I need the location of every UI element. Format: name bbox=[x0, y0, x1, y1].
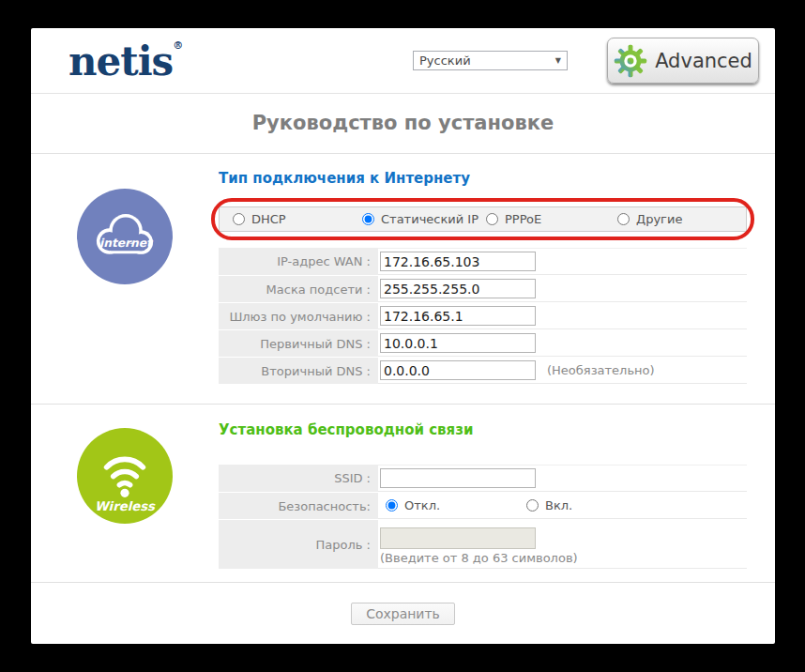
radio-static-ip-label: Статический IP bbox=[381, 212, 478, 226]
radio-dhcp[interactable]: DHCP bbox=[233, 212, 362, 226]
logo-text: netis bbox=[68, 38, 173, 84]
password-label: Пароль : bbox=[219, 520, 378, 569]
radio-static-ip[interactable]: Статический IP bbox=[362, 212, 486, 226]
wan-ip-label: IP-адрес WAN : bbox=[219, 248, 378, 275]
primary-dns-label: Первичный DNS : bbox=[219, 330, 378, 357]
footer: Сохранить bbox=[31, 583, 775, 644]
radio-pppoe[interactable]: PPPoE bbox=[486, 212, 617, 226]
optional-note: (Необязательно) bbox=[547, 363, 655, 377]
ssid-row: SSID : bbox=[219, 465, 747, 492]
security-label: Безопасность: bbox=[219, 493, 378, 519]
radio-other-input[interactable] bbox=[617, 213, 630, 225]
radio-dhcp-input[interactable] bbox=[233, 213, 245, 225]
internet-icon-label: internet bbox=[99, 237, 154, 250]
registered-mark: ® bbox=[173, 39, 183, 52]
gateway-input[interactable] bbox=[380, 306, 536, 326]
radio-pppoe-input[interactable] bbox=[486, 213, 498, 225]
primary-dns-input[interactable] bbox=[380, 333, 536, 353]
wireless-settings-rows: SSID : Безопасность: Откл. Вкл. bbox=[219, 465, 747, 569]
internet-section-heading: Тип подключения к Интернету bbox=[219, 170, 747, 187]
radio-security-off-input[interactable] bbox=[386, 499, 398, 512]
secondary-dns-row: Вторичный DNS : (Необязательно) bbox=[219, 358, 747, 384]
gateway-label: Шлюз по умолчанию : bbox=[219, 303, 378, 329]
radio-security-off[interactable]: Откл. bbox=[386, 498, 515, 512]
primary-dns-row: Первичный DNS : bbox=[219, 330, 747, 357]
internet-icon-column: internet bbox=[31, 170, 219, 404]
language-selected-value: Русский bbox=[419, 53, 471, 68]
advanced-button[interactable]: Advanced bbox=[607, 38, 759, 84]
gear-icon bbox=[614, 44, 647, 78]
setup-wizard-window: netis® Русский ▼ bbox=[31, 28, 775, 644]
security-row: Безопасность: Откл. Вкл. bbox=[219, 493, 747, 519]
secondary-dns-label: Вторичный DNS : bbox=[219, 358, 378, 384]
wireless-section-heading: Установка беспроводной связи bbox=[219, 421, 747, 438]
radio-security-on[interactable]: Вкл. bbox=[526, 498, 572, 512]
secondary-dns-input[interactable] bbox=[380, 360, 536, 380]
radio-pppoe-label: PPPoE bbox=[505, 212, 541, 226]
wireless-section: Wireless Установка беспроводной связи SS… bbox=[31, 405, 775, 583]
radio-other[interactable]: Другие bbox=[617, 212, 682, 226]
password-row: Пароль : (Введите от 8 до 63 символов) bbox=[219, 520, 747, 569]
radio-other-label: Другие bbox=[636, 212, 682, 226]
subnet-mask-label: Маска подсети : bbox=[219, 276, 378, 302]
radio-security-on-label: Вкл. bbox=[545, 498, 572, 512]
page-title: Руководство по установке bbox=[31, 94, 775, 154]
header: netis® Русский ▼ bbox=[31, 28, 775, 94]
radio-security-on-input[interactable] bbox=[526, 499, 539, 512]
internet-cloud-icon: internet bbox=[77, 189, 173, 284]
chevron-down-icon: ▼ bbox=[555, 56, 561, 65]
ssid-input[interactable] bbox=[380, 468, 536, 488]
password-input[interactable] bbox=[380, 527, 536, 549]
wan-ip-input[interactable] bbox=[380, 252, 536, 271]
gateway-row: Шлюз по умолчанию : bbox=[219, 303, 747, 329]
save-button[interactable]: Сохранить bbox=[351, 603, 455, 625]
subnet-mask-row: Маска подсети : bbox=[219, 276, 747, 302]
wan-settings-rows: IP-адрес WAN : Маска подсети : Шлюз по у… bbox=[219, 248, 747, 384]
connection-type-radio-group: DHCP Статический IP PPPoE Другие bbox=[219, 206, 747, 232]
radio-static-ip-input[interactable] bbox=[362, 213, 374, 225]
password-hint: (Введите от 8 до 63 символов) bbox=[380, 551, 578, 565]
internet-section: internet Тип подключения к Интернету DHC… bbox=[31, 154, 775, 405]
language-select[interactable]: Русский ▼ bbox=[413, 51, 568, 70]
subnet-mask-input[interactable] bbox=[380, 279, 536, 298]
wireless-icon-column: Wireless bbox=[31, 421, 219, 582]
netis-logo: netis® bbox=[68, 40, 183, 82]
wireless-wifi-icon: Wireless bbox=[77, 428, 173, 524]
wireless-icon-label: Wireless bbox=[95, 499, 156, 513]
radio-dhcp-label: DHCP bbox=[251, 212, 286, 226]
ssid-label: SSID : bbox=[219, 465, 378, 492]
wan-ip-row: IP-адрес WAN : bbox=[219, 248, 747, 275]
radio-security-off-label: Откл. bbox=[404, 498, 440, 512]
advanced-button-label: Advanced bbox=[655, 50, 752, 72]
